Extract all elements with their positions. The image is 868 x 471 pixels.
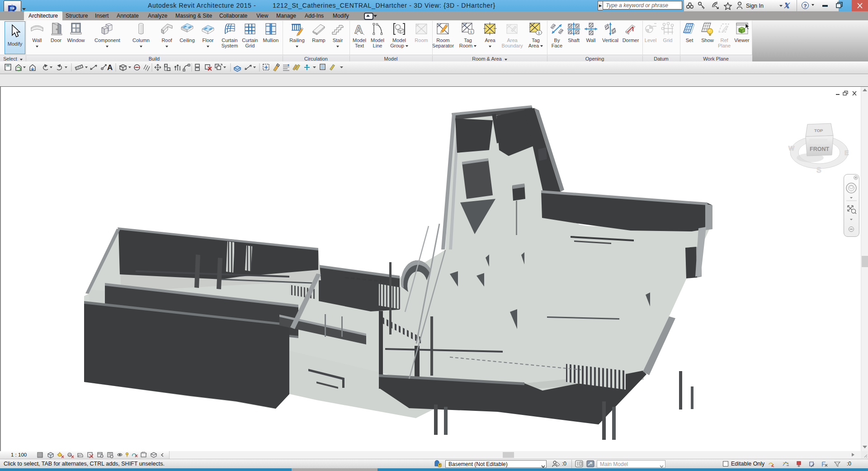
svg-text:G: G xyxy=(68,453,71,457)
svg-text:Sign In: Sign In xyxy=(746,3,764,9)
svg-text:FRONT: FRONT xyxy=(810,146,829,152)
svg-text:1: 1 xyxy=(538,31,540,35)
svg-text:TOP: TOP xyxy=(814,128,823,133)
svg-text:1: 1 xyxy=(470,30,472,34)
svg-text:A: A xyxy=(107,63,113,72)
svg-text:W: W xyxy=(788,145,795,152)
svg-text:E: E xyxy=(844,149,849,156)
svg-text:A: A xyxy=(354,23,363,36)
svg-text:S: S xyxy=(816,166,821,174)
